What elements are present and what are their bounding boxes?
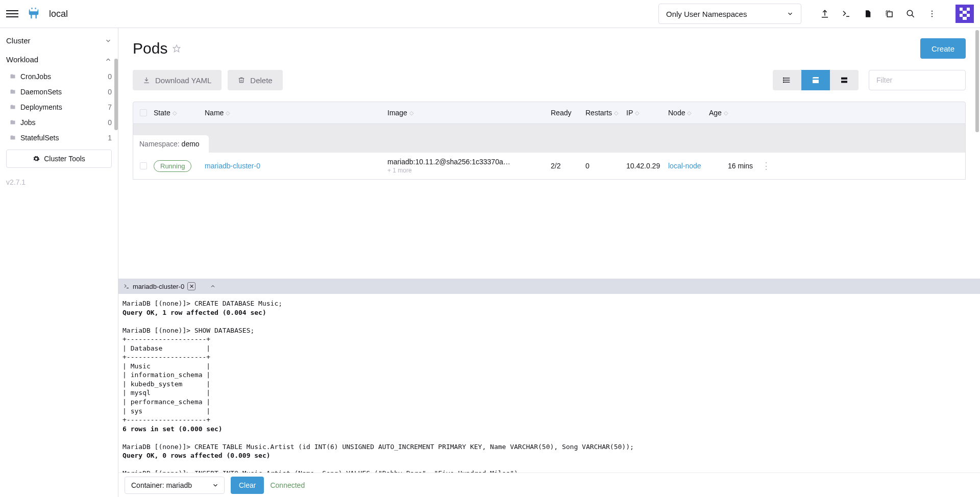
version-label: v2.7.1 [0, 174, 118, 190]
node-link[interactable]: local-node [668, 162, 701, 170]
view-flat-button[interactable] [773, 70, 801, 90]
svg-point-14 [783, 82, 784, 82]
delete-label: Delete [250, 76, 272, 85]
sort-icon: ◇ [173, 110, 177, 116]
svg-point-2 [907, 10, 913, 16]
scrollbar-thumb[interactable] [975, 30, 979, 132]
container-select[interactable]: Container: mariadb [125, 477, 225, 494]
chevron-up-icon [105, 56, 112, 63]
filter-input[interactable] [869, 70, 966, 90]
sidebar-group-label: Cluster [6, 36, 31, 45]
main: Pods Create Download YAML Delete [118, 28, 980, 497]
col-state[interactable]: State◇ [154, 109, 205, 117]
sidebar-item[interactable]: StatefulSets1 [0, 130, 118, 145]
svg-point-5 [932, 13, 933, 14]
pod-name-link[interactable]: mariadb-cluster-0 [205, 162, 260, 170]
col-ready[interactable]: Ready [551, 109, 585, 117]
col-node[interactable]: Node◇ [668, 109, 709, 117]
sort-icon: ◇ [724, 110, 728, 116]
sidebar-item-label: CronJobs [20, 72, 51, 81]
ip-value: 10.42.0.29 [626, 162, 668, 170]
sidebar-item[interactable]: Jobs0 [0, 115, 118, 130]
close-tab-button[interactable]: ✕ [187, 282, 195, 290]
namespace-tab[interactable]: Namespace: demo [133, 135, 209, 153]
sidebar-item[interactable]: CronJobs0 [0, 69, 118, 84]
namespace-selector[interactable]: Only User Namespaces [658, 4, 801, 24]
sidebar-item[interactable]: DaemonSets0 [0, 84, 118, 100]
header-actions [820, 9, 937, 19]
folder-icon [9, 73, 16, 80]
col-restarts[interactable]: Restarts◇ [585, 109, 626, 117]
download-yaml-label: Download YAML [155, 76, 211, 85]
scrollbar-thumb[interactable] [114, 59, 118, 130]
svg-marker-8 [174, 45, 180, 52]
sidebar-group-label: Workload [6, 55, 38, 64]
kebab-menu-icon[interactable] [927, 9, 937, 19]
select-all-checkbox[interactable] [140, 109, 147, 116]
sort-icon: ◇ [687, 110, 691, 116]
trash-icon [238, 77, 245, 84]
sort-icon: ◇ [614, 110, 618, 116]
sidebar-item-label: Jobs [20, 118, 36, 127]
sidebar-item-count: 0 [108, 88, 112, 96]
image-text: mariadb:10.11.2@sha256:1c33370a… [387, 158, 551, 166]
restarts-value: 0 [585, 162, 626, 170]
shell-expand-icon[interactable] [210, 283, 216, 289]
breadcrumb[interactable]: local [49, 9, 68, 19]
main-content: Pods Create Download YAML Delete [118, 28, 980, 279]
sidebar-item-label: DaemonSets [20, 88, 62, 96]
connection-status: Connected [270, 481, 305, 489]
chevron-down-icon [787, 10, 794, 17]
sidebar-group-workload[interactable]: Workload [0, 50, 118, 69]
menu-toggle-button[interactable] [6, 8, 18, 20]
sidebar: Cluster Workload CronJobs0DaemonSets0Dep… [0, 28, 118, 497]
sort-icon: ◇ [226, 110, 230, 116]
cluster-tools-button[interactable]: Cluster Tools [6, 150, 112, 168]
page-title: Pods [133, 40, 167, 57]
app-header: local Only User Namespaces [0, 0, 980, 28]
svg-rect-15 [841, 78, 847, 80]
terminal-output[interactable]: MariaDB [(none)]> CREATE DATABASE Music;… [118, 294, 980, 473]
svg-rect-1 [887, 12, 892, 17]
cluster-tools-label: Cluster Tools [44, 155, 85, 163]
shell-tab-bar: mariadb-cluster-0 ✕ [118, 279, 980, 294]
state-badge: Running [154, 160, 191, 172]
sidebar-item-count: 0 [108, 118, 112, 127]
age-value: 16 mins [709, 162, 757, 170]
import-yaml-icon[interactable] [820, 9, 830, 19]
folder-icon [9, 104, 16, 110]
svg-point-4 [932, 11, 933, 12]
view-compact-button[interactable] [830, 70, 859, 90]
svg-rect-16 [841, 81, 847, 83]
ready-value: 2/2 [551, 162, 585, 170]
svg-line-3 [912, 15, 914, 17]
view-toggle [773, 70, 859, 90]
row-checkbox[interactable] [140, 162, 147, 169]
delete-button[interactable]: Delete [228, 70, 282, 90]
create-button[interactable]: Create [920, 38, 966, 59]
col-name[interactable]: Name◇ [205, 109, 387, 117]
search-icon[interactable] [905, 9, 916, 19]
sidebar-item[interactable]: Deployments7 [0, 100, 118, 115]
col-image[interactable]: Image◇ [387, 109, 551, 117]
rancher-logo-icon [27, 7, 41, 21]
download-yaml-button[interactable]: Download YAML [133, 70, 222, 90]
sort-icon: ◇ [635, 110, 639, 116]
sort-icon: ◇ [409, 110, 413, 116]
shell-tab-label: mariadb-cluster-0 [133, 283, 184, 290]
file-icon[interactable] [863, 9, 873, 19]
favorite-star-icon[interactable] [173, 44, 181, 53]
col-age[interactable]: Age◇ [709, 109, 757, 117]
view-namespace-button[interactable] [801, 70, 830, 90]
kubectl-shell-icon[interactable] [841, 9, 851, 19]
terminal-icon [124, 283, 130, 289]
clear-button[interactable]: Clear [231, 477, 264, 494]
sidebar-group-cluster[interactable]: Cluster [0, 31, 118, 50]
copy-config-icon[interactable] [884, 9, 894, 19]
col-ip[interactable]: IP◇ [626, 109, 668, 117]
shell-tab[interactable]: mariadb-cluster-0 ✕ [124, 282, 195, 290]
table-row: Running mariadb-cluster-0 mariadb:10.11.… [133, 153, 966, 180]
gear-icon [33, 155, 40, 162]
chevron-down-icon [212, 482, 219, 489]
row-actions-menu[interactable]: ⋮ [757, 160, 775, 171]
